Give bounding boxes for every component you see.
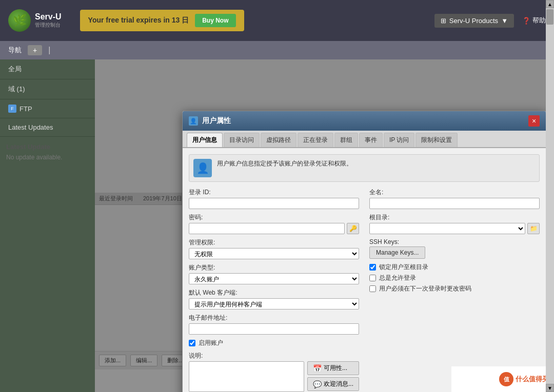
buy-now-button[interactable]: Buy Now bbox=[195, 14, 235, 27]
account-type-row: 账户类型: 永久账户 临时账户 bbox=[189, 263, 359, 284]
ssh-keys-label: SSH Keys: bbox=[369, 238, 540, 245]
notes-textarea[interactable] bbox=[189, 361, 304, 392]
scroll-thumb[interactable] bbox=[546, 9, 553, 25]
sidebar-item-ftp[interactable]: F FTP bbox=[0, 99, 95, 118]
dialog-title: 用户属性 bbox=[202, 116, 524, 126]
home-dir-label: 根目录: bbox=[369, 213, 540, 222]
question-icon: ❓ bbox=[522, 17, 530, 25]
home-dir-browse-button[interactable]: 📁 bbox=[527, 223, 540, 234]
login-id-label: 登录 ID: bbox=[189, 188, 359, 197]
nav-separator: | bbox=[48, 46, 50, 55]
watermark: 值 什么值得买 bbox=[451, 366, 554, 392]
password-row: 密码: 🔑 bbox=[189, 213, 359, 234]
products-menu-button[interactable]: ⊞ Serv-U Products ▼ bbox=[434, 14, 514, 28]
sidebar: 全局 域 (1) F FTP Latest Updates Latest Upd… bbox=[0, 59, 95, 392]
ftp-icon: F bbox=[8, 105, 16, 113]
wz-logo: 值 什么值得买 bbox=[499, 372, 549, 386]
manage-keys-button[interactable]: Manage Keys... bbox=[369, 246, 425, 259]
force-password-change-checkbox[interactable] bbox=[369, 285, 376, 292]
trial-text: Your free trial expires in 13 日 bbox=[88, 16, 189, 25]
password-input[interactable] bbox=[189, 223, 345, 234]
tab-groups[interactable]: 群组 bbox=[334, 133, 358, 147]
availability-button[interactable]: 📅 可用性... bbox=[307, 361, 359, 375]
sidebar-item-global[interactable]: 全局 bbox=[0, 59, 95, 79]
form-left: 登录 ID: 密码: 🔑 管理权限: bbox=[189, 188, 359, 392]
notes-wrap: 📅 可用性... 💬 欢迎消息... bbox=[189, 361, 359, 392]
tab-events[interactable]: 事件 bbox=[359, 133, 383, 147]
login-id-row: 登录 ID: bbox=[189, 188, 359, 209]
web-client-select[interactable]: 提示用户使用何种客户端 Web 客户端 无 bbox=[189, 298, 359, 310]
dialog-titlebar: 👤 用户属性 × bbox=[183, 111, 546, 131]
account-type-select[interactable]: 永久账户 临时账户 bbox=[189, 273, 359, 284]
nav-label: 导航 bbox=[8, 46, 22, 55]
dialog-tabs: 用户信息 目录访问 虚拟路径 正在登录 群组 事件 IP 访问 限制和设置 bbox=[183, 131, 546, 148]
full-name-input[interactable] bbox=[369, 198, 540, 209]
password-field-group: 🔑 bbox=[189, 223, 359, 234]
password-label: 密码: bbox=[189, 213, 359, 222]
tab-virtual-path[interactable]: 虚拟路径 bbox=[261, 133, 296, 147]
content-area: 清除过滤器 最近登录时间 2019年7月10日 18:39:32 描述 E:\ … bbox=[95, 59, 554, 392]
grid-icon: ⊞ bbox=[441, 17, 446, 25]
lock-home-dir-checkbox[interactable] bbox=[369, 264, 376, 271]
logo-text: Serv-U 管理控制台 bbox=[35, 12, 62, 29]
account-type-label: 账户类型: bbox=[189, 263, 359, 272]
checkboxes-section: 锁定用户至根目录 总是允许登录 用户必须在下一次登录时更改密码 bbox=[369, 263, 540, 293]
user-avatar-icon: 👤 bbox=[193, 159, 212, 177]
help-button[interactable]: ❓ 帮助 bbox=[522, 16, 546, 25]
notes-side-buttons: 📅 可用性... 💬 欢迎消息... bbox=[307, 361, 359, 392]
admin-rights-select[interactable]: 无权限 只读管理员 完全管理员 bbox=[189, 248, 359, 259]
scroll-down-arrow[interactable]: ▼ bbox=[546, 384, 554, 392]
tab-ip-access[interactable]: IP 访问 bbox=[384, 133, 414, 147]
full-name-row: 全名: bbox=[369, 188, 540, 209]
web-client-label: 默认 Web 客户端: bbox=[189, 288, 359, 297]
sidebar-item-domain[interactable]: 域 (1) bbox=[0, 79, 95, 99]
main-area: 全局 域 (1) F FTP Latest Updates Latest Upd… bbox=[0, 59, 554, 392]
navbar: 导航 + | bbox=[0, 41, 554, 59]
admin-rights-label: 管理权限: bbox=[189, 238, 359, 247]
enable-account-row: 启用账户 bbox=[189, 339, 359, 347]
tab-dir-access[interactable]: 目录访问 bbox=[224, 133, 260, 147]
ssh-keys-section: SSH Keys: Manage Keys... bbox=[369, 238, 540, 259]
force-password-change-row: 用户必须在下一次登录时更改密码 bbox=[369, 284, 540, 293]
nav-add-button[interactable]: + bbox=[28, 45, 42, 55]
dialog-close-button[interactable]: × bbox=[528, 115, 540, 127]
full-name-label: 全名: bbox=[369, 188, 540, 197]
availability-icon: 📅 bbox=[313, 364, 322, 373]
info-section: 👤 用户账户信息指定授予该账户的登录凭证和权限。 bbox=[189, 154, 540, 182]
notes-section: 说明: 📅 可用性... 💬 bbox=[189, 352, 359, 392]
home-dir-row: 根目录: 📁 bbox=[369, 213, 540, 234]
home-dir-select[interactable] bbox=[369, 223, 525, 234]
scrollbar: ▲ ▼ bbox=[546, 0, 554, 392]
latest-updates-panel: Latest Update No update available. bbox=[0, 137, 95, 167]
form-right: 全名: 根目录: 📁 bbox=[369, 188, 540, 392]
email-row: 电子邮件地址: bbox=[189, 314, 359, 335]
topbar: 🌿 Serv-U 管理控制台 Your free trial expires i… bbox=[0, 0, 554, 41]
topbar-right: ⊞ Serv-U Products ▼ ❓ 帮助 bbox=[434, 14, 546, 28]
notes-label: 说明: bbox=[189, 352, 359, 360]
logo-area: 🌿 Serv-U 管理控制台 bbox=[8, 9, 62, 32]
dropdown-arrow-icon: ▼ bbox=[501, 17, 508, 25]
email-label: 电子邮件地址: bbox=[189, 314, 359, 322]
user-properties-dialog: 👤 用户属性 × 用户信息 目录访问 虚拟路径 正在登录 群组 事件 IP 访问… bbox=[182, 111, 546, 392]
welcome-message-button[interactable]: 💬 欢迎消息... bbox=[307, 377, 359, 391]
home-dir-field-group: 📁 bbox=[369, 223, 540, 234]
dialog-title-icon: 👤 bbox=[189, 116, 198, 126]
password-toggle-button[interactable]: 🔑 bbox=[347, 223, 359, 234]
enable-account-checkbox[interactable] bbox=[189, 340, 195, 346]
form-grid: 登录 ID: 密码: 🔑 管理权限: bbox=[189, 188, 540, 392]
welcome-icon: 💬 bbox=[313, 380, 322, 388]
tab-limits[interactable]: 限制和设置 bbox=[416, 133, 458, 147]
tab-user-info[interactable]: 用户信息 bbox=[187, 133, 223, 147]
sidebar-item-updates[interactable]: Latest Updates bbox=[0, 118, 95, 137]
tab-login[interactable]: 正在登录 bbox=[298, 133, 333, 147]
always-allow-login-checkbox[interactable] bbox=[369, 275, 376, 281]
scroll-up-arrow[interactable]: ▲ bbox=[546, 0, 554, 8]
dialog-body: 👤 用户账户信息指定授予该账户的登录凭证和权限。 登录 ID: 密码: bbox=[183, 148, 546, 392]
admin-rights-row: 管理权限: 无权限 只读管理员 完全管理员 bbox=[189, 238, 359, 259]
lock-home-dir-row: 锁定用户至根目录 bbox=[369, 263, 540, 272]
trial-banner: Your free trial expires in 13 日 Buy Now bbox=[80, 10, 244, 31]
email-input[interactable] bbox=[189, 323, 359, 335]
login-id-input[interactable] bbox=[189, 198, 359, 209]
web-client-row: 默认 Web 客户端: 提示用户使用何种客户端 Web 客户端 无 bbox=[189, 288, 359, 310]
logo-icon: 🌿 bbox=[8, 9, 31, 32]
